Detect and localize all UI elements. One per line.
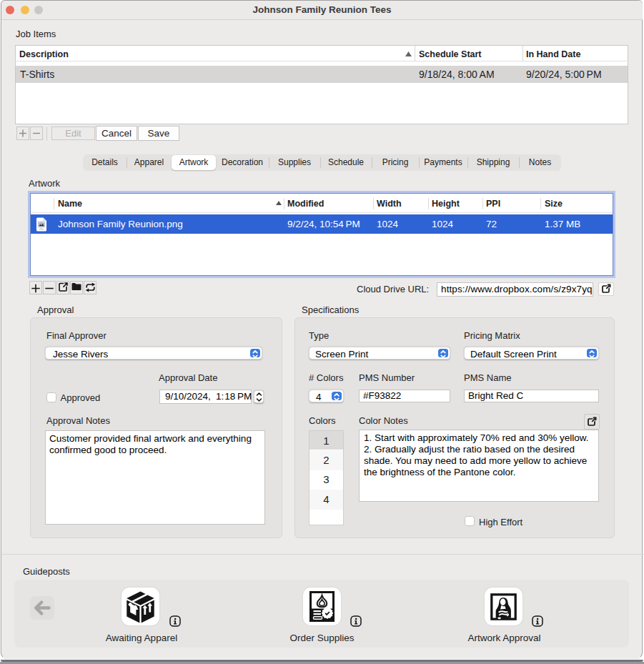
svg-text:PNG: PNG	[39, 228, 44, 231]
